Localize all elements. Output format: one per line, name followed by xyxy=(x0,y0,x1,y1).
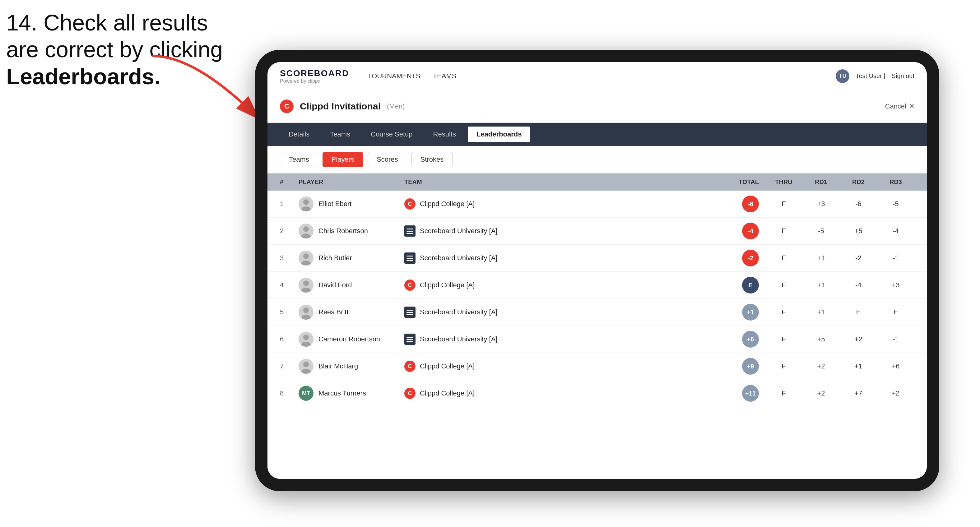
row-rank: 8 xyxy=(280,389,299,397)
player-avatar xyxy=(299,305,313,320)
rd3-value: -1 xyxy=(877,335,915,343)
row-rank: 6 xyxy=(280,335,299,343)
rd3-value: +3 xyxy=(877,281,915,289)
team-logo-clippd: C xyxy=(404,388,415,399)
total-cell: +6 xyxy=(715,331,765,348)
score-badge: +6 xyxy=(742,331,759,348)
player-name: Blair McHarg xyxy=(318,362,358,370)
rd2-value: -4 xyxy=(840,281,877,289)
filter-strokes[interactable]: Strokes xyxy=(412,152,453,167)
tablet-frame: SCOREBOARD Powered by clippd TOURNAMENTS… xyxy=(255,50,939,491)
team-logo-sb xyxy=(404,252,415,264)
team-logo-sb xyxy=(404,306,415,318)
rd2-value: +5 xyxy=(840,227,877,235)
player-cell: Chris Robertson xyxy=(299,224,404,238)
player-cell: Cameron Robertson xyxy=(299,332,404,347)
table-row: 7 Blair McHarg C Clippd College [A] +9 F… xyxy=(267,353,927,380)
nav-tournaments[interactable]: TOURNAMENTS xyxy=(368,70,420,83)
player-avatar xyxy=(299,278,313,292)
filter-teams[interactable]: Teams xyxy=(280,152,318,167)
row-rank: 1 xyxy=(280,200,299,208)
player-avatar: MT xyxy=(299,386,313,401)
score-badge: +11 xyxy=(742,385,759,402)
player-name: Elliot Ebert xyxy=(318,200,352,208)
team-cell: C Clippd College [A] xyxy=(404,198,715,210)
total-cell: -2 xyxy=(715,250,765,267)
leaderboards-emphasis: Leaderboards. xyxy=(6,64,161,89)
player-avatar xyxy=(299,197,313,211)
rd1-value: +1 xyxy=(802,254,840,262)
logo-sub: Powered by clippd xyxy=(280,78,349,84)
tab-details[interactable]: Details xyxy=(280,127,318,142)
player-avatar xyxy=(299,251,313,265)
player-cell: Blair McHarg xyxy=(299,359,404,374)
total-cell: -8 xyxy=(715,195,765,212)
rd2-value: +1 xyxy=(840,362,877,370)
table-header: # PLAYER TEAM TOTAL THRU RD1 RD2 RD3 xyxy=(267,173,927,190)
team-cell: Scoreboard University [A] xyxy=(404,333,715,345)
table-row: 8 MT Marcus Turners C Clippd College [A]… xyxy=(267,380,927,407)
rd1-value: -5 xyxy=(802,227,840,235)
thru-value: F xyxy=(765,362,802,370)
svg-point-11 xyxy=(303,281,309,286)
tab-leaderboards[interactable]: Leaderboards xyxy=(468,127,531,142)
tab-teams[interactable]: Teams xyxy=(321,127,359,142)
instruction-text: 14. Check all results are correct by cli… xyxy=(6,10,223,90)
score-badge: -2 xyxy=(742,250,759,267)
col-rd2: RD2 xyxy=(840,178,877,186)
top-nav: SCOREBOARD Powered by clippd TOURNAMENTS… xyxy=(267,62,927,90)
player-avatar xyxy=(299,224,313,238)
score-badge: +9 xyxy=(742,358,759,375)
team-logo-clippd: C xyxy=(404,198,415,210)
col-player: PLAYER xyxy=(299,178,404,186)
player-avatar xyxy=(299,359,313,374)
team-name: Clippd College [A] xyxy=(420,200,475,208)
player-avatar xyxy=(299,332,313,347)
nav-teams[interactable]: TEAMS xyxy=(433,70,457,83)
team-cell: C Clippd College [A] xyxy=(404,279,715,291)
player-name: Chris Robertson xyxy=(318,227,368,235)
nav-links: TOURNAMENTS TEAMS xyxy=(368,70,836,83)
thru-value: F xyxy=(765,227,802,235)
table-row: 4 David Ford C Clippd College [A] E F +1… xyxy=(267,272,927,299)
team-name: Scoreboard University [A] xyxy=(420,335,497,343)
sign-out-link[interactable]: Sign out xyxy=(892,73,915,79)
thru-value: F xyxy=(765,308,802,316)
tournament-header: C Clippd Invitational (Men) Cancel ✕ xyxy=(267,90,927,123)
player-cell: David Ford xyxy=(299,278,404,292)
team-logo-sb xyxy=(404,333,415,345)
tablet-screen: SCOREBOARD Powered by clippd TOURNAMENTS… xyxy=(267,62,927,479)
team-cell: C Clippd College [A] xyxy=(404,361,715,372)
filter-scores[interactable]: Scores xyxy=(368,152,407,167)
score-badge: -4 xyxy=(742,222,759,240)
cancel-button[interactable]: Cancel ✕ xyxy=(885,102,915,110)
rd3-value: -1 xyxy=(877,254,915,262)
svg-point-5 xyxy=(303,226,309,232)
filter-bar: Teams Players Scores Strokes xyxy=(267,146,927,173)
total-cell: E xyxy=(715,277,765,294)
team-name: Clippd College [A] xyxy=(420,281,475,289)
thru-value: F xyxy=(765,335,802,343)
table-row: 2 Chris Robertson Scoreboard University … xyxy=(267,217,927,245)
player-cell: Rich Butler xyxy=(299,251,404,265)
player-cell: Rees Britt xyxy=(299,305,404,320)
rd2-value: E xyxy=(840,308,877,316)
total-cell: +1 xyxy=(715,304,765,321)
player-cell: MT Marcus Turners xyxy=(299,386,404,401)
total-cell: +11 xyxy=(715,385,765,402)
col-rank: # xyxy=(280,178,299,186)
svg-point-20 xyxy=(303,362,309,367)
svg-point-2 xyxy=(303,199,309,205)
rd1-value: +1 xyxy=(802,308,840,316)
svg-point-14 xyxy=(303,308,309,313)
sub-nav: Details Teams Course Setup Results Leade… xyxy=(267,123,927,146)
tab-results[interactable]: Results xyxy=(425,127,465,142)
thru-value: F xyxy=(765,389,802,397)
user-name: Test User | xyxy=(856,73,885,79)
rd3-value: +2 xyxy=(877,389,915,397)
tournament-title-area: C Clippd Invitational (Men) xyxy=(280,100,405,113)
filter-players[interactable]: Players xyxy=(323,152,363,167)
tab-course-setup[interactable]: Course Setup xyxy=(362,127,422,142)
row-rank: 4 xyxy=(280,281,299,289)
table-row: 5 Rees Britt Scoreboard University [A] +… xyxy=(267,299,927,326)
